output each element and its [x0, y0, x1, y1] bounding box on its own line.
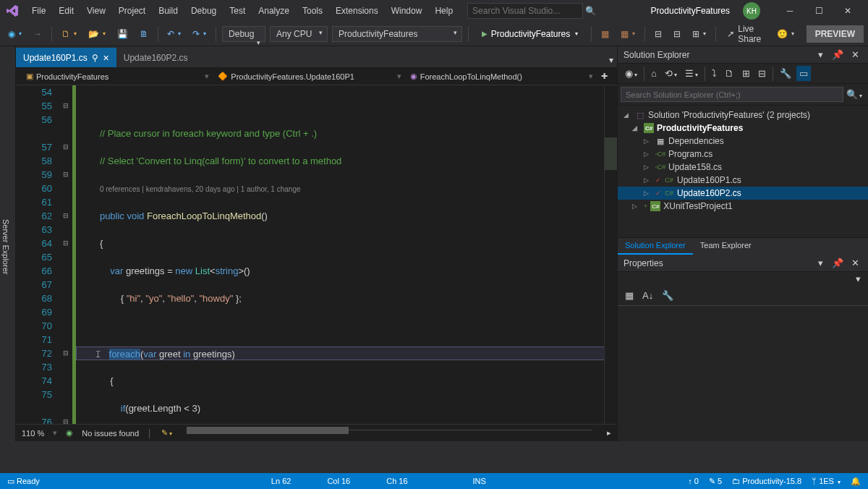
tree-file-update160p1[interactable]: ▷✓C#Update160P1.cs — [618, 174, 868, 187]
platform-combo[interactable]: Any CPU — [270, 26, 328, 42]
se-showall-button[interactable]: 🗋 — [722, 66, 737, 81]
close-button[interactable]: ✕ — [833, 1, 862, 21]
se-pending-button[interactable]: ⤵ — [709, 66, 720, 81]
search-input[interactable] — [472, 6, 581, 16]
props-wrench-button[interactable]: 🔧 — [659, 288, 676, 303]
properties-toolbar: ▦ A↓ 🔧 — [618, 286, 868, 306]
menu-test[interactable]: Test — [224, 3, 251, 19]
step-button-2[interactable]: ▦▾ — [617, 27, 639, 41]
menu-extensions[interactable]: Extensions — [330, 3, 384, 19]
breadcrumb-project[interactable]: ▣ ProductivityFeatures — [22, 70, 200, 82]
tree-dependencies[interactable]: ▷▦Dependencies — [618, 135, 868, 148]
config-combo[interactable]: Debug — [222, 26, 265, 42]
nav-back-button[interactable]: ◉▾ — [4, 27, 25, 41]
comment-button[interactable]: ⊞▾ — [689, 27, 710, 41]
preview-button[interactable]: PREVIEW — [807, 25, 864, 43]
se-sync-button[interactable]: ⟲▾ — [662, 66, 680, 81]
se-preview-button[interactable]: ▭ — [796, 66, 811, 81]
live-share-button[interactable]: ↗ Live Share — [721, 22, 768, 46]
feedback-button[interactable]: 🙂▾ — [773, 27, 798, 41]
status-branch[interactable]: ᛘ 1ES ▾ — [812, 477, 841, 485]
solution-tree[interactable]: ◢⬚Solution 'ProductivityFeatures' (2 pro… — [618, 106, 868, 237]
menu-view[interactable]: View — [81, 3, 111, 19]
menu-window[interactable]: Window — [386, 3, 428, 19]
properties-title: Properties — [624, 258, 663, 268]
status-repo[interactable]: 🗀 Productivity-15.8 — [732, 477, 801, 485]
menu-analyze[interactable]: Analyze — [252, 3, 295, 19]
search-visual-studio[interactable]: 🔍 — [467, 3, 583, 19]
tab-update160p1[interactable]: Update160P1.cs ⚲ ✕ — [16, 48, 116, 67]
menu-debug[interactable]: Debug — [185, 3, 222, 19]
se-home-button[interactable]: ⌂ — [648, 66, 660, 81]
se-back-button[interactable]: ◉▾ — [622, 66, 640, 81]
code-content[interactable]: // Place cursor in foreach keyword and t… — [76, 85, 617, 424]
minimap[interactable] — [604, 85, 617, 424]
tree-file-program[interactable]: ▷▫C#Program.cs — [618, 148, 868, 161]
menu-build[interactable]: Build — [153, 3, 184, 19]
zoom-level[interactable]: 110 % — [22, 429, 44, 438]
tab-close-icon[interactable]: ✕ — [103, 54, 109, 63]
save-button[interactable]: 💾 — [114, 27, 132, 41]
tree-project[interactable]: ◢C#ProductivityFeatures — [618, 122, 868, 135]
server-explorer-tab[interactable]: Server Explorer — [0, 52, 12, 441]
props-close-icon[interactable]: ✕ — [848, 255, 862, 271]
breadcrumb-class[interactable]: 🔶 ProductivityFeatures.Update160P1 — [213, 70, 392, 82]
props-pin-icon[interactable]: 📌 — [829, 255, 846, 271]
menu-edit[interactable]: Edit — [53, 3, 80, 19]
tab-team-explorer[interactable]: Team Explorer — [693, 238, 759, 255]
panel-dropdown-icon[interactable]: ▾ — [815, 47, 826, 62]
props-combo-icon[interactable]: ▾ — [853, 271, 864, 286]
props-categorize-button[interactable]: ▦ — [622, 288, 637, 303]
solution-title: ProductivityFeatures — [651, 6, 730, 16]
solution-search[interactable]: 🔍▾ — [618, 84, 868, 106]
maximize-button[interactable]: ☐ — [804, 1, 833, 21]
new-project-button[interactable]: 🗋▾ — [58, 27, 80, 41]
status-notifications-icon[interactable]: 🔔 — [851, 477, 861, 486]
tree-test-project[interactable]: ▷+C#XUnitTestProject1 — [618, 200, 868, 213]
tab-update160p2[interactable]: Update160P2.cs — [116, 48, 195, 67]
tree-solution[interactable]: ◢⬚Solution 'ProductivityFeatures' (2 pro… — [618, 109, 868, 122]
step-button-1[interactable]: ▦ — [597, 27, 613, 41]
search-icon[interactable]: 🔍▾ — [843, 87, 865, 102]
menu-file[interactable]: File — [26, 3, 51, 19]
se-collapse-button[interactable]: ⊟ — [755, 66, 769, 81]
menu-help[interactable]: Help — [429, 3, 459, 19]
minimize-button[interactable]: ─ — [775, 1, 804, 21]
open-file-button[interactable]: 📂▾ — [85, 27, 109, 41]
undo-button[interactable]: ↶▾ — [163, 27, 184, 41]
menu-tools[interactable]: Tools — [297, 3, 328, 19]
nav-forward-button[interactable]: → — [30, 27, 46, 41]
panel-pin-icon[interactable]: 📌 — [829, 47, 846, 62]
se-filter-button[interactable]: ☰▾ — [682, 66, 701, 81]
menu-project[interactable]: Project — [113, 3, 151, 19]
fold-gutter[interactable]: ⊟⊟⊟ ⊟⊟ ⊟⊟ — [59, 85, 72, 424]
tree-file-update158[interactable]: ▷▫C#Update158.cs — [618, 161, 868, 174]
tree-file-update160p2[interactable]: ▷✓C#Update160P2.cs — [618, 187, 868, 200]
startup-combo[interactable]: ProductivityFeatures — [332, 26, 462, 42]
solution-search-input[interactable] — [621, 87, 843, 102]
breadcrumb-method[interactable]: ◉ ForeachLoopToLinqMethod() — [406, 70, 584, 82]
user-avatar[interactable]: KH — [743, 2, 760, 20]
lightbulb-icon[interactable]: ✎▾ — [161, 428, 172, 438]
title-bar: File Edit View Project Build Debug Test … — [0, 0, 868, 22]
tab-solution-explorer[interactable]: Solution Explorer — [618, 238, 693, 255]
tab-overflow-button[interactable]: ▾ — [605, 53, 617, 67]
se-properties-button[interactable]: 🔧 — [777, 66, 794, 81]
status-upload[interactable]: ↑ 0 — [688, 477, 699, 485]
se-refresh-button[interactable]: ⊞ — [739, 66, 753, 81]
indent-button-2[interactable]: ⊟ — [670, 27, 684, 41]
panel-close-icon[interactable]: ✕ — [848, 47, 862, 62]
split-editor-button[interactable]: ✚ — [597, 69, 611, 83]
right-panel: Solution Explorer ▾ 📌 ✕ ◉▾ ⌂ ⟲▾ ☰▾ ⤵ 🗋 ⊞… — [617, 46, 868, 441]
redo-button[interactable]: ↷▾ — [189, 27, 210, 41]
breadcrumb: ▣ ProductivityFeatures ▾ 🔶 ProductivityF… — [16, 68, 617, 85]
start-debug-button[interactable]: ProductivityFeatures▾ — [475, 27, 585, 41]
code-editor[interactable]: 5455565758596061626364656667686970717273… — [16, 85, 617, 424]
props-alpha-button[interactable]: A↓ — [639, 288, 656, 303]
scrollbar-right-icon[interactable]: ▸ — [607, 428, 611, 438]
props-dropdown-icon[interactable]: ▾ — [815, 255, 826, 271]
tab-pin-icon[interactable]: ⚲ — [92, 53, 98, 63]
save-all-button[interactable]: 🗎 — [136, 27, 152, 41]
status-changes[interactable]: ✎ 5 — [709, 477, 722, 486]
indent-button-1[interactable]: ⊟ — [651, 27, 665, 41]
